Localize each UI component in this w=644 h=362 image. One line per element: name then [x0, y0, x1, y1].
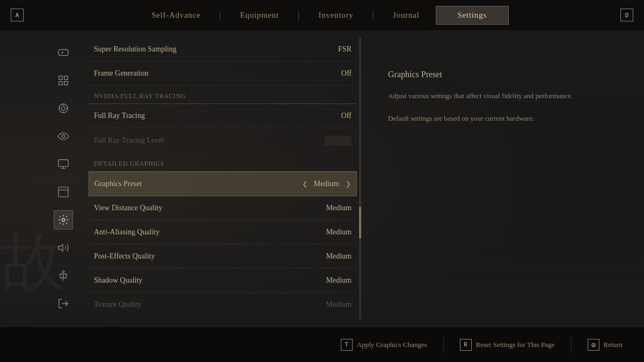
- setting-row-texture-quality[interactable]: Texture Quality Medium: [89, 293, 357, 317]
- svg-point-6: [61, 106, 65, 110]
- sidebar-icon-grid[interactable]: [54, 71, 73, 90]
- setting-name-graphics-preset: Graphics Preset: [94, 180, 142, 188]
- svg-rect-12: [58, 160, 68, 167]
- svg-point-17: [62, 218, 65, 221]
- svg-rect-2: [64, 76, 68, 79]
- setting-row-graphics-preset[interactable]: Graphics Preset ❮ Medium ❯: [89, 172, 357, 196]
- sidebar-icon-accessibility[interactable]: [54, 266, 73, 285]
- sidebar-icon-eye[interactable]: [54, 127, 73, 146]
- nav-separator-3: |: [369, 10, 377, 21]
- setting-value-full-ray-tracing: Off: [341, 112, 352, 120]
- svg-rect-1: [59, 76, 62, 79]
- settings-panel-container: Super Resolution Sampling FSR Frame Gene…: [89, 38, 361, 319]
- sidebar-icon-audio[interactable]: [54, 238, 73, 257]
- apply-graphics-key: T: [341, 339, 353, 351]
- nav-right-key: D: [620, 9, 633, 21]
- reset-settings-action[interactable]: R Reset Settings for This Page: [460, 339, 555, 351]
- setting-name-shadow-quality: Shadow Quality: [94, 276, 143, 285]
- nav-items: Self-Advance | Equipment | Inventory | J…: [29, 6, 615, 25]
- bottom-bar: T Apply Graphics Changes R Reset Setting…: [0, 327, 644, 362]
- setting-row-full-ray-tracing[interactable]: Full Ray Tracing Off: [89, 104, 357, 128]
- nav-separator-1: |: [217, 10, 224, 21]
- bottom-divider-2: [571, 337, 572, 353]
- arrow-right-graphics-preset[interactable]: ❯: [346, 180, 351, 188]
- setting-row-full-ray-tracing-level: Full Ray Tracing Level: [89, 128, 357, 153]
- nav-item-self-advance[interactable]: Self-Advance: [135, 6, 216, 24]
- setting-value-texture-quality: Medium: [326, 300, 352, 309]
- description-title: Graphics Preset: [388, 70, 601, 79]
- nav-item-journal[interactable]: Journal: [377, 6, 435, 24]
- apply-graphics-label: Apply Graphics Changes: [357, 341, 427, 349]
- sidebar: [54, 43, 80, 313]
- nav-left-key: A: [11, 9, 24, 21]
- svg-rect-3: [59, 82, 62, 85]
- svg-marker-18: [58, 245, 63, 252]
- setting-name-frame-generation: Frame Generation: [94, 69, 148, 78]
- section-label-nvidia: NVIDIA Full Ray Tracing: [89, 86, 357, 104]
- nav-item-inventory[interactable]: Inventory: [302, 6, 369, 24]
- setting-row-frame-generation[interactable]: Frame Generation Off: [89, 62, 357, 86]
- setting-row-view-distance[interactable]: View Distance Quality Medium: [89, 196, 357, 220]
- setting-row-super-resolution[interactable]: Super Resolution Sampling FSR: [89, 38, 357, 62]
- setting-name-view-distance: View Distance Quality: [94, 204, 162, 212]
- arrow-left-graphics-preset[interactable]: ❮: [302, 180, 308, 188]
- setting-value-super-resolution: FSR: [338, 45, 352, 54]
- nav-item-settings[interactable]: Settings: [436, 6, 509, 25]
- bottom-divider-1: [443, 337, 444, 353]
- setting-row-anti-aliasing[interactable]: Anti-Aliasing Quality Medium: [89, 220, 357, 245]
- setting-name-anti-aliasing: Anti-Aliasing Quality: [94, 228, 160, 237]
- setting-value-frame-generation: Off: [341, 69, 352, 78]
- setting-name-full-ray-tracing-level: Full Ray Tracing Level: [94, 136, 164, 145]
- setting-value-post-effects: Medium: [326, 252, 352, 261]
- svg-rect-4: [64, 82, 68, 85]
- setting-value-view-distance: Medium: [326, 204, 352, 212]
- setting-row-shadow-quality[interactable]: Shadow Quality Medium: [89, 269, 357, 293]
- main-content: Super Resolution Sampling FSR Frame Gene…: [89, 38, 612, 319]
- setting-name-full-ray-tracing: Full Ray Tracing: [94, 112, 145, 120]
- setting-value-anti-aliasing: Medium: [326, 228, 352, 237]
- setting-name-texture-quality: Texture Quality: [94, 300, 141, 309]
- scrollbar-track[interactable]: [359, 38, 361, 319]
- apply-graphics-action[interactable]: T Apply Graphics Changes: [341, 339, 427, 351]
- setting-value-shadow-quality: Medium: [326, 276, 352, 285]
- section-label-detailed: Detailed Graphics: [89, 153, 357, 172]
- setting-value-arrows-graphics-preset: ❮ Medium ❯: [302, 180, 351, 188]
- scrollbar-thumb[interactable]: [359, 206, 361, 239]
- settings-list: Super Resolution Sampling FSR Frame Gene…: [89, 38, 357, 317]
- svg-rect-15: [58, 187, 68, 197]
- setting-value-graphics-preset: Medium: [314, 180, 339, 188]
- setting-name-post-effects: Post-Effects Quality: [94, 252, 155, 261]
- return-label: Return: [604, 341, 623, 349]
- description-paragraph2: Default settings are based on your curre…: [388, 113, 601, 124]
- sidebar-icon-gamepad[interactable]: [54, 43, 73, 62]
- sidebar-icon-monitor[interactable]: [54, 154, 73, 174]
- description-panel: Graphics Preset Adjust various settings …: [377, 38, 612, 319]
- svg-point-19: [62, 271, 64, 273]
- setting-row-post-effects[interactable]: Post-Effects Quality Medium: [89, 245, 357, 269]
- settings-panel: Super Resolution Sampling FSR Frame Gene…: [89, 38, 357, 319]
- reset-settings-key: R: [460, 339, 472, 351]
- return-key: ⊙: [588, 339, 599, 351]
- description-paragraph1: Adjust various settings that affect visu…: [388, 90, 601, 102]
- sidebar-icon-logout[interactable]: [54, 294, 73, 313]
- sidebar-icon-settings[interactable]: [54, 210, 73, 230]
- sidebar-icon-display[interactable]: [54, 182, 73, 202]
- nav-separator-2: |: [295, 10, 303, 21]
- top-navigation: A Self-Advance | Equipment | Inventory |…: [0, 0, 644, 30]
- return-action[interactable]: ⊙ Return: [588, 339, 623, 351]
- nav-item-equipment[interactable]: Equipment: [224, 6, 295, 24]
- svg-point-11: [62, 135, 65, 138]
- reset-settings-label: Reset Settings for This Page: [476, 341, 555, 349]
- setting-value-full-ray-tracing-level: [325, 136, 352, 145]
- sidebar-icon-target[interactable]: [54, 99, 73, 118]
- setting-name-super-resolution: Super Resolution Sampling: [94, 45, 177, 54]
